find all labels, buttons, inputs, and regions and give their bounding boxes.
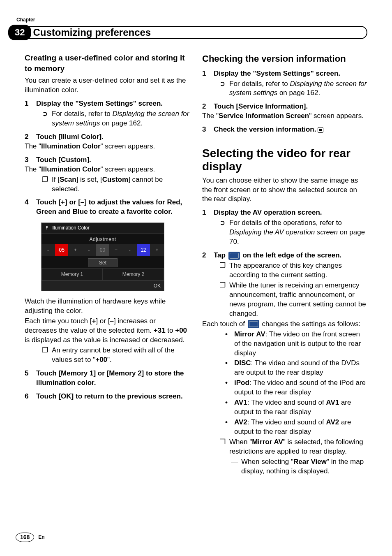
r-step-2: 2 Touch [Service Information]. bbox=[202, 102, 367, 111]
chapter-header: 32 Customizing preferences bbox=[8, 25, 367, 40]
step-3: 3 Touch [Custom]. bbox=[25, 155, 190, 165]
list-item: •iPod: The video and sound of the iPod a… bbox=[225, 378, 367, 397]
page-footer: 168 En bbox=[16, 533, 45, 542]
link-arrow-icon: ➲ bbox=[42, 109, 48, 128]
r-step-2-tail: The "Service Information Screen" screen … bbox=[202, 111, 367, 121]
ss-r-plus: + bbox=[69, 244, 82, 256]
ss-memory2-button: Memory 2 bbox=[103, 268, 164, 280]
bullet-icon: • bbox=[225, 359, 230, 378]
rear-display-key-icon bbox=[248, 320, 259, 328]
step-1-detail: ➲ For details, refer to Displaying the s… bbox=[25, 109, 190, 128]
b-step-2-tail: Each touch of changes the settings as fo… bbox=[202, 320, 367, 329]
note-box-icon: ❐ bbox=[42, 346, 48, 365]
big-intro: You can choose either to show the same i… bbox=[202, 176, 367, 204]
step-1: 1 Display the "System Settings" screen. bbox=[25, 99, 190, 109]
ss-adjustment-label: Adjustment bbox=[42, 234, 164, 244]
ss-g-minus: - bbox=[82, 244, 96, 256]
bullet-icon: • bbox=[225, 418, 230, 437]
mirror-av-note: ❐ When "Mirror AV" is selected, the foll… bbox=[202, 438, 367, 456]
rear-display-key-icon bbox=[228, 252, 240, 260]
ss-r-value: 05 bbox=[55, 244, 69, 256]
note-box-icon: ❐ bbox=[42, 175, 48, 194]
r-step-1-detail: ➲ For details, refer to Displaying the s… bbox=[202, 79, 367, 98]
note-box-icon: ❐ bbox=[219, 438, 226, 456]
note-box-icon: ❐ bbox=[219, 261, 226, 280]
chapter-number: 32 bbox=[8, 25, 31, 40]
illumination-color-screenshot: ↟Illumination Color Adjustment - 05 + - … bbox=[41, 222, 164, 291]
link-arrow-icon: ➲ bbox=[219, 79, 226, 98]
list-item: •DISC: The video and sound of the DVDs a… bbox=[225, 359, 367, 378]
b-step-2-note1: ❐ The appearance of this key changes acc… bbox=[202, 261, 367, 280]
section-heading: Checking the version information bbox=[202, 53, 367, 65]
section-end-icon bbox=[318, 127, 323, 133]
mirror-av-subnote: — When selecting "Rear View" in the map … bbox=[202, 457, 367, 476]
note-box-icon: ❐ bbox=[219, 281, 226, 319]
list-item: •AV1: The video and sound of AV1 are out… bbox=[225, 398, 367, 417]
b-step-2-note2: ❐ While the tuner is receiving an emerge… bbox=[202, 281, 367, 319]
page-number: 168 bbox=[16, 533, 34, 542]
ss-b-value: 12 bbox=[137, 244, 150, 256]
r-step-3: 3 Check the version information. bbox=[202, 125, 367, 134]
language-code: En bbox=[38, 534, 44, 540]
post-ss-text-2: Each time you touch [+] or [–] increases… bbox=[25, 317, 190, 345]
b-step-2: 2 Tap on the left edge of the screen. bbox=[202, 251, 367, 260]
section-heading: Creating a user-defined color and storin… bbox=[25, 53, 190, 74]
step-3-note: ❐ If [Scan] is set, [Custom] cannot be s… bbox=[25, 175, 190, 194]
step-2-tail: The "Illumination Color" screen appears. bbox=[25, 142, 190, 151]
ss-title: Illumination Color bbox=[51, 225, 90, 231]
back-arrow-icon: ↟ bbox=[45, 225, 49, 231]
ss-rgb-row: - 05 + - 00 + - 12 + bbox=[42, 244, 164, 256]
list-item: •Mirror AV: The video on the front scree… bbox=[225, 330, 367, 358]
ss-g-plus: + bbox=[110, 244, 123, 256]
link-arrow-icon: ➲ bbox=[219, 218, 226, 247]
chapter-label: Chapter bbox=[16, 16, 367, 23]
ss-r-minus: - bbox=[42, 244, 55, 256]
major-section-heading: Selecting the video for rear display bbox=[202, 147, 367, 173]
dash-icon: — bbox=[231, 457, 238, 476]
ss-b-plus: + bbox=[150, 244, 164, 256]
left-column: Creating a user-defined color and storin… bbox=[25, 53, 190, 476]
list-item: •AV2: The video and sound of AV2 are out… bbox=[225, 418, 367, 437]
step-4: 4 Touch [+] or [–] to adjust the values … bbox=[25, 198, 190, 217]
ss-g-value: 00 bbox=[96, 244, 109, 256]
ss-memory1-button: Memory 1 bbox=[42, 268, 103, 280]
ss-ok-button: OK bbox=[146, 283, 161, 289]
r-step-1: 1 Display the "System Settings" screen. bbox=[202, 69, 367, 79]
right-column: Checking the version information 1 Displ… bbox=[202, 53, 367, 476]
b-step-1: 1 Display the AV operation screen. bbox=[202, 208, 367, 218]
b-step-1-detail: ➲ For details of the operations, refer t… bbox=[202, 218, 367, 247]
post-ss-note: ❐ An entry cannot be stored with all of … bbox=[25, 346, 190, 365]
step-6: 6 Touch [OK] to return to the previous s… bbox=[25, 392, 190, 401]
bullet-icon: • bbox=[225, 330, 230, 358]
step-2: 2 Touch [Illumi Color]. bbox=[25, 132, 190, 142]
rear-options-list: •Mirror AV: The video on the front scree… bbox=[202, 330, 367, 437]
post-ss-text-1: Watch the illumination of hardware keys … bbox=[25, 297, 190, 316]
bullet-icon: • bbox=[225, 378, 230, 397]
bullet-icon: • bbox=[225, 398, 230, 417]
intro-text: You can create a user-defined color and … bbox=[25, 76, 190, 95]
step-5: 5 Touch [Memory 1] or [Memory 2] to stor… bbox=[25, 369, 190, 388]
ss-b-minus: - bbox=[123, 244, 137, 256]
chapter-title: Customizing preferences bbox=[33, 26, 151, 39]
step-3-tail: The "Illumination Color" screen appears. bbox=[25, 165, 190, 174]
ss-set-button: Set bbox=[88, 258, 118, 267]
